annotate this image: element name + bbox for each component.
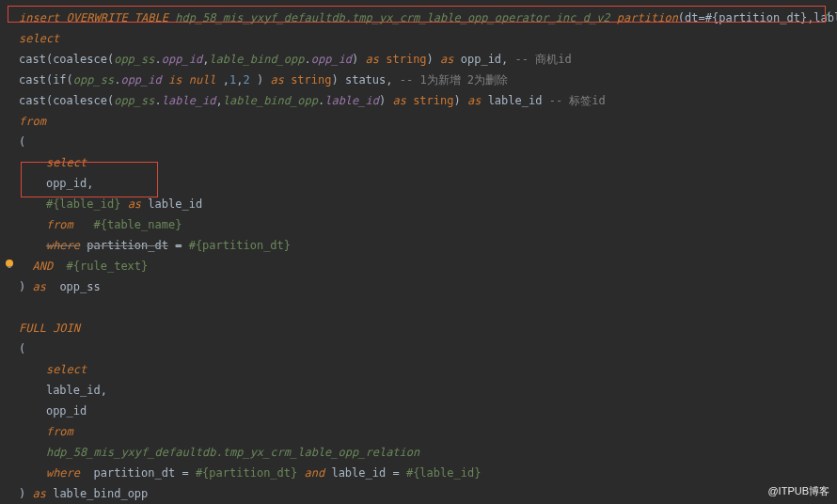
param-expr: #{partition_dt} xyxy=(189,239,291,252)
column-ref: lable_id, xyxy=(46,384,107,397)
keyword-as: as xyxy=(32,487,45,500)
code-line[interactable]: cast(coalesce(opp_ss.opp_id,lable_bind_o… xyxy=(0,49,837,70)
alias-name: lable_id xyxy=(488,94,543,107)
number: 1 xyxy=(229,73,236,87)
code-line[interactable]: cast(coalesce(opp_ss.lable_id,lable_bind… xyxy=(0,90,837,111)
table-name: hdp_58_mis_yxyf_defaultdb.tmp_yx_crm_lab… xyxy=(46,446,419,459)
code-line[interactable]: select xyxy=(0,152,837,173)
code-line[interactable]: ) as lable_bind_opp xyxy=(0,483,837,504)
type-string: string xyxy=(291,73,331,87)
keyword-and: AND xyxy=(32,260,53,273)
fn-cast: cast xyxy=(19,94,46,107)
code-line[interactable]: AND #{rule_text} xyxy=(0,256,837,276)
keyword-select: select xyxy=(46,363,87,376)
column-ref: partition_dt xyxy=(87,239,168,252)
keyword-table: TABLE xyxy=(134,11,168,24)
svg-point-0 xyxy=(6,260,13,267)
keyword-and: and xyxy=(305,466,325,480)
paren: ) xyxy=(19,280,25,293)
fn-coalesce: coalesce xyxy=(53,94,107,107)
code-line[interactable]: from xyxy=(0,111,837,132)
keyword-as: as xyxy=(128,197,141,211)
keyword-select: select xyxy=(19,32,59,45)
code-line[interactable]: lable_id, xyxy=(0,380,837,401)
code-line[interactable]: select xyxy=(0,359,837,380)
eq: = xyxy=(392,466,399,480)
comment: -- 标签id xyxy=(549,94,606,107)
keyword-where: where xyxy=(46,239,80,252)
param-expr: #{lable_id} xyxy=(46,197,120,211)
paren: ( xyxy=(19,135,25,149)
alias-name: lable_id xyxy=(148,197,202,211)
column-ref: partition_dt xyxy=(93,466,175,480)
code-line[interactable]: #{lable_id} as lable_id xyxy=(0,194,837,214)
fn-cast: cast xyxy=(19,53,46,66)
keyword-as: as xyxy=(467,94,481,107)
lightbulb-icon[interactable] xyxy=(4,258,15,269)
code-line[interactable]: opp_id xyxy=(0,401,837,421)
keyword-join: JOIN xyxy=(53,322,80,335)
alias-name: status xyxy=(345,73,386,87)
code-line[interactable]: opp_id, xyxy=(0,173,837,194)
code-line[interactable]: where partition_dt = #{partition_dt} and… xyxy=(0,463,837,483)
keyword-as: as xyxy=(440,53,453,66)
eq: = xyxy=(182,466,188,480)
alias-ref: opp_ss xyxy=(73,73,114,87)
alias-ref: lable_bind_opp xyxy=(223,94,318,107)
code-line[interactable]: from #{table_name} xyxy=(0,214,837,235)
column-ref: opp_id xyxy=(46,404,87,417)
column-ref: opp_id, xyxy=(46,177,94,190)
param-expr: #{partition_dt} xyxy=(196,466,297,480)
fn-if: if xyxy=(53,73,66,87)
paren: ( xyxy=(19,342,25,355)
keyword-from: from xyxy=(19,115,46,128)
column-ref: opp_id xyxy=(120,73,161,87)
type-string: string xyxy=(413,94,453,107)
code-line[interactable]: where partition_dt = #{partition_dt} xyxy=(0,235,837,256)
keyword-isnull: is null xyxy=(168,73,216,87)
keyword-as: as xyxy=(32,280,45,293)
code-line[interactable]: hdp_58_mis_yxyf_defaultdb.tmp_yx_crm_lab… xyxy=(0,442,837,463)
fn-cast: cast xyxy=(19,73,46,87)
alias-ref: lable_bind_opp xyxy=(209,53,304,66)
alias-name: lable_bind_opp xyxy=(53,487,148,500)
code-line[interactable]: insert OVERWRITE TABLE hdp_58_mis_yxyf_d… xyxy=(0,8,837,28)
column-ref: lable_id xyxy=(324,94,379,107)
code-line[interactable]: select xyxy=(0,28,837,49)
code-line[interactable]: FULL JOIN xyxy=(0,318,837,339)
svg-rect-1 xyxy=(8,266,11,268)
column-ref: opp_id xyxy=(162,53,202,66)
alias-name: opp_id xyxy=(461,53,501,66)
keyword-as: as xyxy=(392,94,405,107)
keyword-as: as xyxy=(270,73,283,87)
comment: -- 1为新增 2为删除 xyxy=(400,73,508,87)
keyword-from: from xyxy=(46,425,73,438)
number: 2 xyxy=(244,73,250,87)
alias-name: opp_ss xyxy=(59,280,100,293)
alias-ref: opp_ss xyxy=(114,94,154,107)
keyword-insert: insert xyxy=(19,11,59,24)
column-ref: lable_id xyxy=(331,466,386,480)
keyword-overwrite: OVERWRITE xyxy=(67,11,128,24)
code-line[interactable]: ( xyxy=(0,339,837,359)
code-line[interactable] xyxy=(0,297,837,318)
fn-coalesce: coalesce xyxy=(53,53,107,66)
code-line[interactable]: from xyxy=(0,421,837,442)
keyword-full: FULL xyxy=(19,322,46,335)
eq: = xyxy=(175,239,182,252)
code-line[interactable]: ( xyxy=(0,132,837,152)
column-ref: lable_id xyxy=(162,94,216,107)
keyword-from: from xyxy=(46,218,73,231)
code-line[interactable]: ) as opp_ss xyxy=(0,276,837,297)
alias-ref: opp_ss xyxy=(114,53,154,66)
watermark-text: @ITPUB博客 xyxy=(767,484,829,498)
keyword-select: select xyxy=(46,156,87,169)
keyword-where: where xyxy=(46,466,80,480)
param-expr: #{rule_text} xyxy=(67,260,149,273)
param-table: #{table_name} xyxy=(94,218,182,231)
param-expr: #{lable_id} xyxy=(406,466,481,480)
paren: ) xyxy=(19,487,25,500)
code-line[interactable]: cast(if(opp_ss.opp_id is null ,1,2 ) as … xyxy=(0,70,837,90)
partition-args: (dt=#{partition_dt},lable_id ) xyxy=(678,11,837,24)
column-ref: opp_id xyxy=(311,53,352,66)
